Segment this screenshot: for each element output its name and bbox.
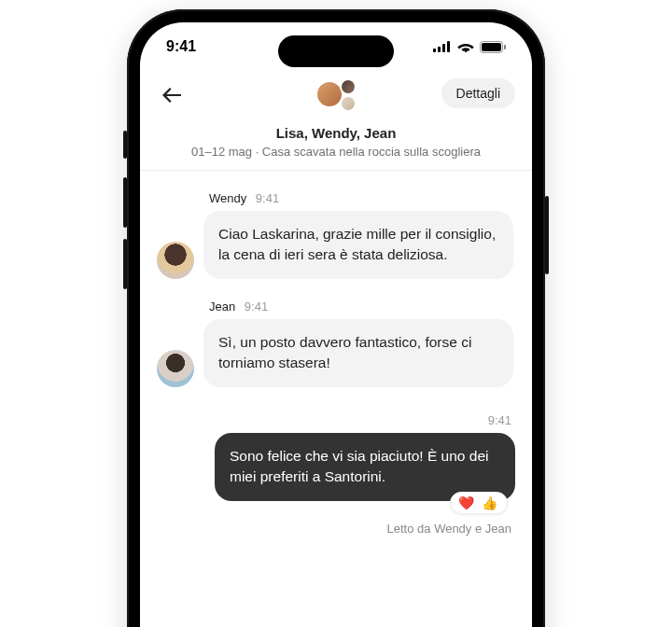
battery-icon	[480, 41, 506, 53]
sender-name: Wendy	[209, 191, 246, 205]
side-button	[123, 131, 127, 159]
message-time: 9:41	[245, 300, 268, 314]
message-time: 9:41	[157, 413, 515, 427]
status-time: 9:41	[166, 38, 196, 55]
svg-rect-6	[504, 45, 506, 49]
svg-rect-3	[447, 41, 450, 52]
screen: 9:41	[140, 22, 532, 627]
side-button	[123, 177, 127, 228]
message-time: 9:41	[256, 191, 279, 205]
avatar[interactable]	[157, 350, 194, 387]
phone-frame: 9:41	[127, 9, 545, 627]
message-bubble[interactable]: Sì, un posto davvero fantastico, forse c…	[203, 319, 513, 387]
side-button	[123, 239, 127, 289]
message-reactions[interactable]: ❤️ 👍	[450, 492, 508, 514]
avatar	[340, 78, 357, 95]
svg-rect-1	[438, 47, 441, 52]
message-outgoing: Sono felice che vi sia piaciuto! È uno d…	[157, 433, 515, 501]
avatar	[340, 95, 357, 112]
message-bubble[interactable]: Sono felice che vi sia piaciuto! È uno d…	[215, 433, 515, 501]
svg-rect-5	[482, 43, 501, 51]
svg-rect-0	[433, 49, 436, 52]
svg-rect-2	[442, 44, 445, 52]
wifi-icon	[457, 41, 474, 52]
message-incoming: Jean 9:41 Sì, un posto davvero fantastic…	[157, 300, 515, 387]
side-button	[545, 196, 549, 274]
cellular-icon	[433, 41, 452, 52]
booking-subtitle: 01–12 mag · Casa scavata nella roccia su…	[157, 145, 515, 159]
participants-line: Lisa, Wendy, Jean	[157, 125, 515, 141]
read-receipt: Letto da Wendy e Jean	[157, 522, 515, 536]
sender-name: Jean	[209, 300, 235, 314]
dynamic-island	[278, 35, 394, 67]
message-bubble[interactable]: Ciao Laskarina, grazie mille per il cons…	[203, 211, 513, 279]
divider	[140, 170, 532, 171]
avatar[interactable]	[157, 242, 194, 279]
message-incoming: Wendy 9:41 Ciao Laskarina, grazie mille …	[157, 191, 515, 279]
back-button[interactable]	[157, 84, 187, 106]
chat-header: Dettagli	[157, 77, 515, 114]
group-avatar[interactable]	[315, 78, 357, 112]
details-button[interactable]: Dettagli	[441, 78, 515, 108]
